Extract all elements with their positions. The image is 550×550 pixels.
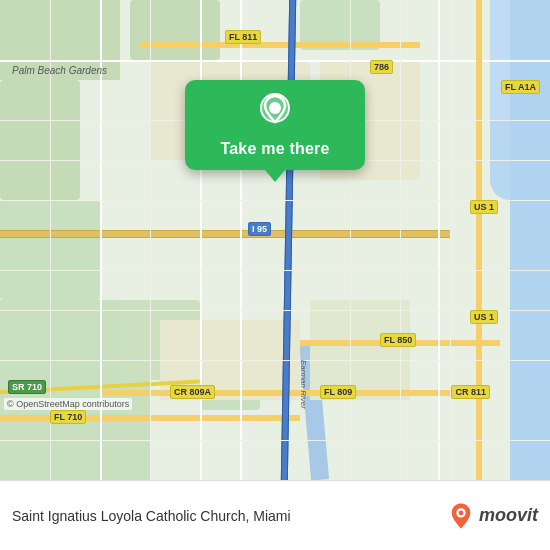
road-label-cr809a: CR 809A (170, 385, 215, 399)
road-label-sr710: SR 710 (8, 380, 46, 394)
map-label-earman: Earman River (299, 360, 308, 409)
road-label-786: 786 (370, 60, 393, 74)
svg-point-3 (459, 510, 464, 515)
road-label-cr811: CR 811 (451, 385, 490, 399)
road-label-us1-top: US 1 (470, 200, 498, 214)
moovit-brand-text: moovit (479, 505, 538, 526)
map-attribution: © OpenStreetMap contributors (4, 398, 132, 410)
location-pin-icon (255, 92, 295, 132)
map-label-pbg: Palm Beach Gardens (12, 65, 107, 76)
take-me-there-button[interactable]: Take me there (220, 140, 329, 158)
road-label-fl710: FL 710 (50, 410, 86, 424)
moovit-logo: moovit (447, 502, 538, 530)
road-label-fl811: FL 811 (225, 30, 261, 44)
svg-point-1 (269, 102, 281, 114)
road-label-fl850: FL 850 (380, 333, 416, 347)
road-label-fl809: FL 809 (320, 385, 356, 399)
moovit-pin-icon (447, 502, 475, 530)
map-container: FL 811 786 FL A1A US 1 US 1 I 95 CR 809A… (0, 0, 550, 480)
popup-card: Take me there (185, 80, 365, 170)
bottom-bar: Saint Ignatius Loyola Catholic Church, M… (0, 480, 550, 550)
road-label-i95: I 95 (248, 222, 271, 236)
road-label-fla1a: FL A1A (501, 80, 540, 94)
road-label-us1-bot: US 1 (470, 310, 498, 324)
destination-label: Saint Ignatius Loyola Catholic Church, M… (12, 508, 291, 524)
